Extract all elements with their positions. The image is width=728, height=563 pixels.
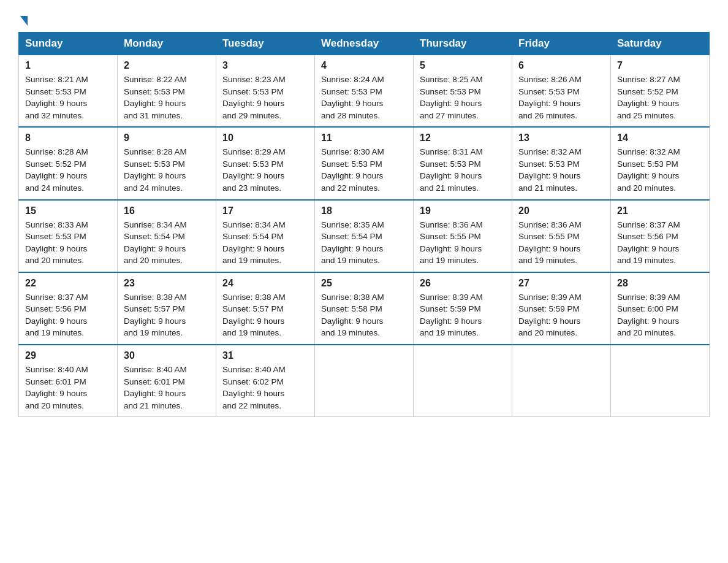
day-info: Sunrise: 8:35 AM Sunset: 5:54 PM Dayligh… bbox=[321, 219, 407, 267]
day-info: Sunrise: 8:40 AM Sunset: 6:02 PM Dayligh… bbox=[222, 364, 308, 412]
calendar-cell: 23 Sunrise: 8:38 AM Sunset: 5:57 PM Dayl… bbox=[118, 272, 216, 345]
calendar-cell bbox=[414, 345, 512, 417]
day-info: Sunrise: 8:39 AM Sunset: 6:00 PM Dayligh… bbox=[617, 291, 703, 339]
day-number: 23 bbox=[124, 278, 210, 289]
day-number: 2 bbox=[124, 60, 210, 71]
day-number: 30 bbox=[124, 350, 210, 361]
calendar-cell bbox=[315, 345, 414, 417]
calendar-cell: 8 Sunrise: 8:28 AM Sunset: 5:52 PM Dayli… bbox=[19, 127, 118, 199]
day-number: 8 bbox=[25, 132, 111, 144]
calendar-cell: 19 Sunrise: 8:36 AM Sunset: 5:55 PM Dayl… bbox=[414, 200, 512, 272]
day-number: 25 bbox=[321, 278, 407, 289]
calendar-cell: 6 Sunrise: 8:26 AM Sunset: 5:53 PM Dayli… bbox=[512, 55, 611, 128]
day-number: 12 bbox=[420, 132, 506, 144]
day-number: 28 bbox=[617, 278, 703, 289]
calendar-cell: 4 Sunrise: 8:24 AM Sunset: 5:53 PM Dayli… bbox=[315, 55, 414, 128]
day-number: 15 bbox=[25, 205, 111, 216]
week-row-5: 29 Sunrise: 8:40 AM Sunset: 6:01 PM Dayl… bbox=[19, 345, 710, 417]
day-info: Sunrise: 8:26 AM Sunset: 5:53 PM Dayligh… bbox=[518, 74, 604, 121]
day-number: 19 bbox=[420, 205, 506, 216]
calendar-cell bbox=[611, 345, 710, 417]
day-number: 18 bbox=[321, 205, 407, 216]
calendar-cell: 7 Sunrise: 8:27 AM Sunset: 5:52 PM Dayli… bbox=[611, 55, 710, 128]
logo-arrow-icon bbox=[20, 16, 28, 26]
calendar-cell: 13 Sunrise: 8:32 AM Sunset: 5:53 PM Dayl… bbox=[512, 127, 611, 199]
calendar-cell bbox=[512, 345, 611, 417]
week-row-3: 15 Sunrise: 8:33 AM Sunset: 5:53 PM Dayl… bbox=[19, 200, 710, 272]
day-info: Sunrise: 8:30 AM Sunset: 5:53 PM Dayligh… bbox=[321, 146, 407, 194]
col-header-saturday: Saturday bbox=[611, 33, 710, 55]
logo bbox=[18, 12, 28, 26]
day-number: 17 bbox=[222, 205, 308, 216]
day-number: 9 bbox=[124, 132, 210, 144]
calendar-cell: 21 Sunrise: 8:37 AM Sunset: 5:56 PM Dayl… bbox=[611, 200, 710, 272]
calendar-cell: 22 Sunrise: 8:37 AM Sunset: 5:56 PM Dayl… bbox=[19, 272, 118, 345]
day-info: Sunrise: 8:32 AM Sunset: 5:53 PM Dayligh… bbox=[518, 146, 604, 194]
day-number: 11 bbox=[321, 132, 407, 144]
day-number: 4 bbox=[321, 60, 407, 71]
calendar-cell: 30 Sunrise: 8:40 AM Sunset: 6:01 PM Dayl… bbox=[118, 345, 216, 417]
calendar-cell: 28 Sunrise: 8:39 AM Sunset: 6:00 PM Dayl… bbox=[611, 272, 710, 345]
calendar-cell: 18 Sunrise: 8:35 AM Sunset: 5:54 PM Dayl… bbox=[315, 200, 414, 272]
week-row-2: 8 Sunrise: 8:28 AM Sunset: 5:52 PM Dayli… bbox=[19, 127, 710, 199]
calendar-cell: 14 Sunrise: 8:32 AM Sunset: 5:53 PM Dayl… bbox=[611, 127, 710, 199]
day-number: 7 bbox=[617, 60, 703, 71]
calendar-cell: 10 Sunrise: 8:29 AM Sunset: 5:53 PM Dayl… bbox=[216, 127, 315, 199]
day-number: 27 bbox=[518, 278, 604, 289]
day-info: Sunrise: 8:33 AM Sunset: 5:53 PM Dayligh… bbox=[25, 219, 111, 267]
day-info: Sunrise: 8:36 AM Sunset: 5:55 PM Dayligh… bbox=[420, 219, 506, 267]
calendar-cell: 11 Sunrise: 8:30 AM Sunset: 5:53 PM Dayl… bbox=[315, 127, 414, 199]
col-header-sunday: Sunday bbox=[19, 33, 118, 55]
day-info: Sunrise: 8:21 AM Sunset: 5:53 PM Dayligh… bbox=[25, 74, 111, 121]
day-info: Sunrise: 8:40 AM Sunset: 6:01 PM Dayligh… bbox=[124, 364, 210, 412]
day-info: Sunrise: 8:24 AM Sunset: 5:53 PM Dayligh… bbox=[321, 74, 407, 121]
day-info: Sunrise: 8:38 AM Sunset: 5:58 PM Dayligh… bbox=[321, 291, 407, 339]
day-info: Sunrise: 8:28 AM Sunset: 5:52 PM Dayligh… bbox=[25, 146, 111, 194]
calendar-cell: 20 Sunrise: 8:36 AM Sunset: 5:55 PM Dayl… bbox=[512, 200, 611, 272]
day-info: Sunrise: 8:36 AM Sunset: 5:55 PM Dayligh… bbox=[518, 219, 604, 267]
calendar-cell: 3 Sunrise: 8:23 AM Sunset: 5:53 PM Dayli… bbox=[216, 55, 315, 128]
day-number: 22 bbox=[25, 278, 111, 289]
calendar-cell: 17 Sunrise: 8:34 AM Sunset: 5:54 PM Dayl… bbox=[216, 200, 315, 272]
day-info: Sunrise: 8:38 AM Sunset: 5:57 PM Dayligh… bbox=[222, 291, 308, 339]
calendar-table: SundayMondayTuesdayWednesdayThursdayFrid… bbox=[18, 32, 710, 417]
day-info: Sunrise: 8:32 AM Sunset: 5:53 PM Dayligh… bbox=[617, 146, 703, 194]
day-info: Sunrise: 8:34 AM Sunset: 5:54 PM Dayligh… bbox=[222, 219, 308, 267]
col-header-tuesday: Tuesday bbox=[216, 33, 315, 55]
calendar-cell: 16 Sunrise: 8:34 AM Sunset: 5:54 PM Dayl… bbox=[118, 200, 216, 272]
day-info: Sunrise: 8:37 AM Sunset: 5:56 PM Dayligh… bbox=[617, 219, 703, 267]
calendar-cell: 25 Sunrise: 8:38 AM Sunset: 5:58 PM Dayl… bbox=[315, 272, 414, 345]
day-number: 20 bbox=[518, 205, 604, 216]
calendar-cell: 9 Sunrise: 8:28 AM Sunset: 5:53 PM Dayli… bbox=[118, 127, 216, 199]
day-info: Sunrise: 8:29 AM Sunset: 5:53 PM Dayligh… bbox=[222, 146, 308, 194]
day-number: 1 bbox=[25, 60, 111, 71]
day-number: 31 bbox=[222, 350, 308, 361]
calendar-cell: 31 Sunrise: 8:40 AM Sunset: 6:02 PM Dayl… bbox=[216, 345, 315, 417]
col-header-friday: Friday bbox=[512, 33, 611, 55]
day-info: Sunrise: 8:31 AM Sunset: 5:53 PM Dayligh… bbox=[420, 146, 506, 194]
day-number: 16 bbox=[124, 205, 210, 216]
calendar-cell: 2 Sunrise: 8:22 AM Sunset: 5:53 PM Dayli… bbox=[118, 55, 216, 128]
calendar-cell: 1 Sunrise: 8:21 AM Sunset: 5:53 PM Dayli… bbox=[19, 55, 118, 128]
calendar-cell: 12 Sunrise: 8:31 AM Sunset: 5:53 PM Dayl… bbox=[414, 127, 512, 199]
col-header-wednesday: Wednesday bbox=[315, 33, 414, 55]
day-number: 14 bbox=[617, 132, 703, 144]
day-info: Sunrise: 8:40 AM Sunset: 6:01 PM Dayligh… bbox=[25, 364, 111, 412]
day-info: Sunrise: 8:28 AM Sunset: 5:53 PM Dayligh… bbox=[124, 146, 210, 194]
col-header-monday: Monday bbox=[118, 33, 216, 55]
header-row: SundayMondayTuesdayWednesdayThursdayFrid… bbox=[19, 33, 710, 55]
col-header-thursday: Thursday bbox=[414, 33, 512, 55]
day-number: 26 bbox=[420, 278, 506, 289]
day-number: 6 bbox=[518, 60, 604, 71]
day-number: 29 bbox=[25, 350, 111, 361]
day-info: Sunrise: 8:38 AM Sunset: 5:57 PM Dayligh… bbox=[124, 291, 210, 339]
calendar-cell: 24 Sunrise: 8:38 AM Sunset: 5:57 PM Dayl… bbox=[216, 272, 315, 345]
day-info: Sunrise: 8:22 AM Sunset: 5:53 PM Dayligh… bbox=[124, 74, 210, 121]
calendar-cell: 26 Sunrise: 8:39 AM Sunset: 5:59 PM Dayl… bbox=[414, 272, 512, 345]
day-number: 13 bbox=[518, 132, 604, 144]
day-info: Sunrise: 8:37 AM Sunset: 5:56 PM Dayligh… bbox=[25, 291, 111, 339]
week-row-4: 22 Sunrise: 8:37 AM Sunset: 5:56 PM Dayl… bbox=[19, 272, 710, 345]
day-number: 5 bbox=[420, 60, 506, 71]
day-info: Sunrise: 8:27 AM Sunset: 5:52 PM Dayligh… bbox=[617, 74, 703, 121]
day-info: Sunrise: 8:25 AM Sunset: 5:53 PM Dayligh… bbox=[420, 74, 506, 121]
